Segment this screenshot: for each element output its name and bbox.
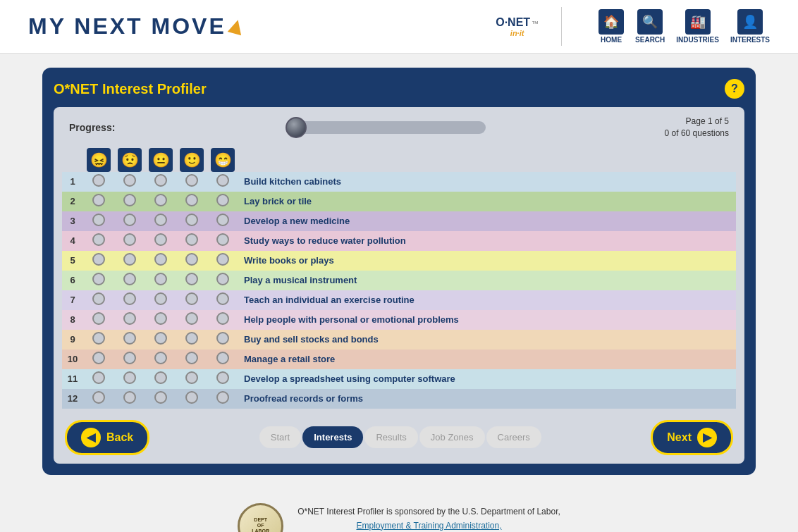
radio-q10-r5[interactable] [207, 349, 238, 369]
radio-q2-r5[interactable] [207, 192, 238, 211]
nav-search[interactable]: 🔍 SEARCH [635, 9, 665, 44]
nav-home[interactable]: 🏠 HOME [598, 9, 624, 44]
radio-q6-r1[interactable] [83, 271, 114, 290]
radio-q6-r4[interactable] [176, 271, 207, 290]
radio-circle[interactable] [216, 214, 229, 226]
radio-circle[interactable] [154, 371, 167, 384]
radio-circle[interactable] [216, 292, 229, 305]
radio-q4-r5[interactable] [207, 231, 238, 251]
radio-q1-r5[interactable] [207, 172, 238, 192]
employment-training-link[interactable]: Employment & Training Administration, [356, 521, 501, 531]
radio-q6-r3[interactable] [145, 271, 176, 290]
radio-circle[interactable] [185, 214, 198, 226]
radio-q1-r3[interactable] [145, 172, 176, 192]
radio-circle[interactable] [123, 371, 136, 384]
radio-circle[interactable] [216, 253, 229, 266]
radio-q3-r2[interactable] [114, 211, 145, 231]
radio-circle[interactable] [92, 233, 105, 246]
radio-q5-r5[interactable] [207, 251, 238, 271]
radio-q10-r4[interactable] [176, 349, 207, 369]
radio-q12-r5[interactable] [207, 389, 238, 409]
radio-q8-r1[interactable] [83, 310, 114, 330]
radio-q4-r3[interactable] [145, 231, 176, 251]
radio-q8-r4[interactable] [176, 310, 207, 330]
radio-circle[interactable] [123, 292, 136, 305]
radio-circle[interactable] [92, 214, 105, 226]
radio-q1-r2[interactable] [114, 172, 145, 192]
radio-circle[interactable] [154, 253, 167, 266]
radio-q3-r1[interactable] [83, 211, 114, 231]
radio-q8-r2[interactable] [114, 310, 145, 330]
radio-q2-r2[interactable] [114, 192, 145, 211]
radio-circle[interactable] [185, 391, 198, 404]
radio-q11-r2[interactable] [114, 369, 145, 389]
radio-q10-r1[interactable] [83, 349, 114, 369]
radio-q11-r5[interactable] [207, 369, 238, 389]
radio-q12-r3[interactable] [145, 389, 176, 409]
radio-circle[interactable] [185, 352, 198, 364]
radio-q5-r4[interactable] [176, 251, 207, 271]
radio-circle[interactable] [154, 391, 167, 404]
radio-circle[interactable] [154, 292, 167, 305]
radio-circle[interactable] [216, 352, 229, 364]
radio-circle[interactable] [92, 194, 105, 206]
radio-q2-r4[interactable] [176, 192, 207, 211]
radio-q3-r3[interactable] [145, 211, 176, 231]
radio-circle[interactable] [123, 391, 136, 404]
radio-circle[interactable] [92, 332, 105, 345]
radio-q7-r2[interactable] [114, 290, 145, 310]
radio-q7-r1[interactable] [83, 290, 114, 310]
radio-circle[interactable] [185, 312, 198, 325]
radio-q8-r5[interactable] [207, 310, 238, 330]
radio-circle[interactable] [216, 273, 229, 285]
radio-circle[interactable] [154, 312, 167, 325]
radio-q7-r5[interactable] [207, 290, 238, 310]
radio-q8-r3[interactable] [145, 310, 176, 330]
radio-circle[interactable] [185, 233, 198, 246]
radio-q9-r3[interactable] [145, 330, 176, 349]
radio-circle[interactable] [216, 194, 229, 206]
radio-circle[interactable] [92, 391, 105, 404]
radio-circle[interactable] [123, 214, 136, 226]
radio-circle[interactable] [216, 312, 229, 325]
radio-circle[interactable] [185, 253, 198, 266]
radio-circle[interactable] [216, 332, 229, 345]
nav-industries[interactable]: 🏭 INDUSTRIES [676, 9, 719, 44]
radio-circle[interactable] [92, 174, 105, 187]
radio-circle[interactable] [123, 253, 136, 266]
radio-circle[interactable] [92, 371, 105, 384]
radio-q9-r5[interactable] [207, 330, 238, 349]
step-job-zones[interactable]: Job Zones [419, 426, 485, 448]
radio-q4-r1[interactable] [83, 231, 114, 251]
step-start[interactable]: Start [259, 426, 301, 448]
next-button[interactable]: Next ▶ [651, 420, 733, 455]
step-results[interactable]: Results [364, 426, 417, 448]
radio-circle[interactable] [185, 194, 198, 206]
radio-q11-r1[interactable] [83, 369, 114, 389]
radio-q2-r3[interactable] [145, 192, 176, 211]
radio-circle[interactable] [154, 273, 167, 285]
radio-circle[interactable] [92, 253, 105, 266]
help-button[interactable]: ? [725, 79, 744, 99]
step-interests[interactable]: Interests [302, 426, 363, 448]
radio-circle[interactable] [92, 312, 105, 325]
radio-circle[interactable] [154, 352, 167, 364]
radio-circle[interactable] [123, 352, 136, 364]
radio-q1-r4[interactable] [176, 172, 207, 192]
radio-circle[interactable] [154, 233, 167, 246]
radio-q7-r3[interactable] [145, 290, 176, 310]
radio-q11-r3[interactable] [145, 369, 176, 389]
radio-q9-r1[interactable] [83, 330, 114, 349]
radio-q7-r4[interactable] [176, 290, 207, 310]
radio-circle[interactable] [185, 292, 198, 305]
radio-circle[interactable] [216, 233, 229, 246]
radio-circle[interactable] [185, 273, 198, 285]
step-careers[interactable]: Careers [486, 426, 541, 448]
radio-circle[interactable] [92, 292, 105, 305]
radio-circle[interactable] [92, 352, 105, 364]
site-logo[interactable]: MY NEXT MOVE [28, 13, 226, 39]
radio-q9-r4[interactable] [176, 330, 207, 349]
radio-q4-r4[interactable] [176, 231, 207, 251]
radio-circle[interactable] [123, 174, 136, 187]
radio-circle[interactable] [123, 273, 136, 285]
